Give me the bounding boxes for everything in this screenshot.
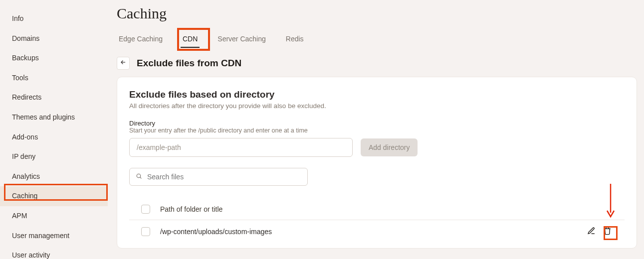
list-row: /wp-content/uploads/custom-images: [129, 220, 625, 243]
sidebar-item-apm[interactable]: APM: [0, 206, 108, 226]
tab-edge-caching[interactable]: Edge Caching: [117, 31, 165, 48]
sidebar-item-redirects[interactable]: Redirects: [0, 88, 108, 108]
sidebar-item-analytics[interactable]: Analytics: [0, 167, 108, 187]
delete-button[interactable]: [602, 226, 613, 237]
edit-button[interactable]: [586, 226, 597, 237]
arrow-left-icon: [120, 59, 127, 68]
search-input[interactable]: [147, 173, 301, 181]
sidebar-item-add-ons[interactable]: Add-ons: [0, 128, 108, 147]
annotation-arrow: [606, 184, 616, 221]
select-all-checkbox[interactable]: [141, 205, 150, 214]
sidebar-item-backups[interactable]: Backups: [0, 48, 108, 68]
panel-heading: Exclude files based on directory: [129, 89, 625, 100]
add-directory-button[interactable]: Add directory: [361, 138, 418, 156]
list-header: Path of folder or title: [129, 199, 625, 220]
sidebar-item-user-activity[interactable]: User activity: [0, 246, 108, 259]
exclude-panel: Exclude files based on directory All dir…: [117, 77, 637, 249]
pencil-icon: [587, 227, 596, 237]
sidebar: Info Domains Backups Tools Redirects The…: [0, 0, 108, 259]
search-container: [129, 168, 308, 186]
sidebar-item-caching[interactable]: Caching: [0, 186, 108, 206]
sidebar-item-domains[interactable]: Domains: [0, 29, 108, 49]
row-path: /wp-content/uploads/custom-images: [160, 228, 272, 236]
directory-hint: Start your entry after the /public direc…: [129, 127, 625, 134]
page-title: Caching: [117, 5, 637, 22]
svg-point-0: [137, 174, 141, 178]
back-button[interactable]: [117, 57, 130, 70]
tabs: Edge Caching CDN Server Caching Redis: [117, 31, 637, 48]
sidebar-item-tools[interactable]: Tools: [0, 68, 108, 88]
search-icon: [136, 172, 142, 181]
main-content: Caching Edge Caching CDN Server Caching …: [108, 0, 644, 259]
row-checkbox[interactable]: [141, 227, 150, 236]
sidebar-item-ip-deny[interactable]: IP deny: [0, 147, 108, 167]
sidebar-item-user-management[interactable]: User management: [0, 226, 108, 246]
tab-cdn[interactable]: CDN: [181, 31, 200, 48]
list-header-label: Path of folder or title: [160, 205, 222, 213]
tab-server-caching[interactable]: Server Caching: [215, 31, 268, 48]
panel-description: All directories after the directory you …: [129, 102, 625, 110]
directory-label: Directory: [129, 120, 625, 127]
sidebar-item-info[interactable]: Info: [0, 9, 108, 29]
tab-redis[interactable]: Redis: [284, 31, 306, 48]
directory-input[interactable]: [129, 138, 353, 157]
subheader-row: Exclude files from CDN: [117, 57, 637, 70]
sidebar-item-themes-plugins[interactable]: Themes and plugins: [0, 108, 108, 128]
trash-icon: [603, 227, 612, 237]
sub-heading: Exclude files from CDN: [137, 58, 241, 69]
